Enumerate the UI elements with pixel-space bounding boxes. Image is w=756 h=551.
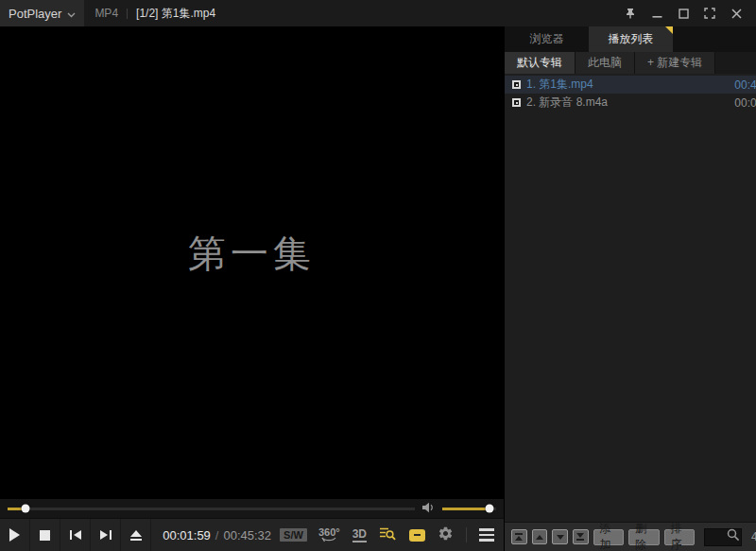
seek-bar[interactable] [8,499,415,518]
album-tabs: 默认专辑 此电脑 + 新建专辑 [505,52,756,74]
titlebar-divider [127,9,128,19]
playlist-item-duration: 00:45:32 [734,78,756,92]
volume-level [442,508,490,510]
maximize-button[interactable] [673,3,694,24]
volume-slider[interactable] [442,499,496,518]
move-up-icon [536,535,543,540]
gear-icon [438,525,454,542]
minimize-button[interactable] [646,3,667,24]
view-3d-button[interactable]: 3D [352,528,367,542]
move-top-icon [515,536,523,541]
playlist-search-input[interactable] [708,530,727,543]
time-separator: / [215,528,219,542]
transport-bar: 00:01:59 / 00:45:32 S/W 360° 3D [0,518,504,551]
tab-playlist[interactable]: 播放列表 [589,26,673,52]
video-overlay-text: 第一集 [0,228,504,280]
pin-icon [625,8,636,19]
play-icon [9,528,20,542]
playlist-item-title: 1. 第1集.mp4 [526,77,729,93]
move-down-button[interactable] [552,529,568,544]
pin-button[interactable] [620,3,641,24]
stop-icon [40,530,50,541]
previous-icon [74,530,81,540]
playlist-item[interactable]: 1. 第1集.mp4 00:45:32 [505,76,756,94]
chevron-down-icon [67,5,76,22]
subtitle-icon [414,534,421,537]
menu-button[interactable] [479,528,494,542]
extra-controls: 360° 3D [318,525,504,545]
player-pane: 第一集 [0,26,504,551]
time-display: 00:01:59 / 00:45:32 S/W [151,528,318,542]
panel-tabs: 浏览器 播放列表 [505,26,756,52]
playlist-item-title: 2. 新录音 8.m4a [526,95,729,111]
tab-browser[interactable]: 浏览器 [505,26,589,52]
volume-thumb[interactable] [485,505,493,513]
format-badge: MP4 [94,7,118,20]
close-icon [731,9,742,19]
playlist-total-duration: 45:54 [751,530,756,543]
scene-search-button[interactable] [379,526,397,544]
active-tab-fold-icon [665,26,673,34]
playlist-item-duration: 00:00:22 [734,96,756,110]
sort-button[interactable]: 排序 [664,529,695,545]
maximize-icon [679,9,689,19]
volume-icon[interactable] [421,500,436,517]
window-title: [1/2] 第1集.mp4 [136,6,215,22]
media-file-icon [512,80,521,89]
playlist-panel: 浏览器 播放列表 默认专辑 此电脑 + 新建专辑 1. 第1集.mp4 00:4… [504,26,756,551]
media-file-icon [512,98,521,107]
eject-icon [130,530,142,541]
next-button[interactable] [91,519,121,551]
seek-thumb[interactable] [21,505,29,513]
view-360-button[interactable]: 360° [318,527,340,542]
move-bottom-icon [576,533,584,538]
scene-search-icon [379,526,397,541]
tab-new-album[interactable]: + 新建专辑 [635,52,715,74]
playlist: 1. 第1集.mp4 00:45:32 2. 新录音 8.m4a 00:00:2… [505,74,756,522]
close-button[interactable] [726,3,747,24]
next-icon [100,530,108,540]
controls-divider [466,527,467,542]
fullscreen-button[interactable] [699,3,720,24]
titlebar: PotPlayer MP4 [1/2] 第1集.mp4 [0,0,756,26]
move-top-button[interactable] [511,529,527,544]
window-controls [620,3,756,24]
delete-button[interactable]: 删除 [628,529,659,545]
app-name: PotPlayer [9,7,61,21]
video-area[interactable]: 第一集 [0,26,504,499]
tab-this-pc[interactable]: 此电脑 [576,52,635,74]
move-bottom-button[interactable] [573,529,589,544]
seek-track [8,508,415,510]
move-up-button[interactable] [532,529,548,544]
play-button[interactable] [0,519,30,551]
playlist-toolbar: 添加 删除 排序 45:54 [505,522,756,551]
decoder-badge: S/W [280,528,307,542]
stop-button[interactable] [30,519,60,551]
playlist-search[interactable] [704,528,742,546]
search-icon [727,528,740,545]
subtitle-button[interactable] [409,529,425,542]
move-down-icon [557,535,564,540]
previous-button[interactable] [60,519,91,551]
app-menu-button[interactable]: PotPlayer [0,0,84,26]
settings-button[interactable] [438,525,454,545]
fullscreen-icon [704,8,715,19]
add-button[interactable]: 添加 [593,529,624,545]
playlist-item[interactable]: 2. 新录音 8.m4a 00:00:22 [505,94,756,112]
potplayer-window: PotPlayer MP4 [1/2] 第1集.mp4 第一集 [0,0,756,551]
current-time: 00:01:59 [163,528,211,542]
total-time: 00:45:32 [223,528,271,542]
tab-default-album[interactable]: 默认专辑 [505,52,576,74]
seek-row [0,499,504,518]
open-button[interactable] [121,519,151,551]
minimize-icon [652,9,662,19]
rotate-arc-icon [320,537,337,542]
